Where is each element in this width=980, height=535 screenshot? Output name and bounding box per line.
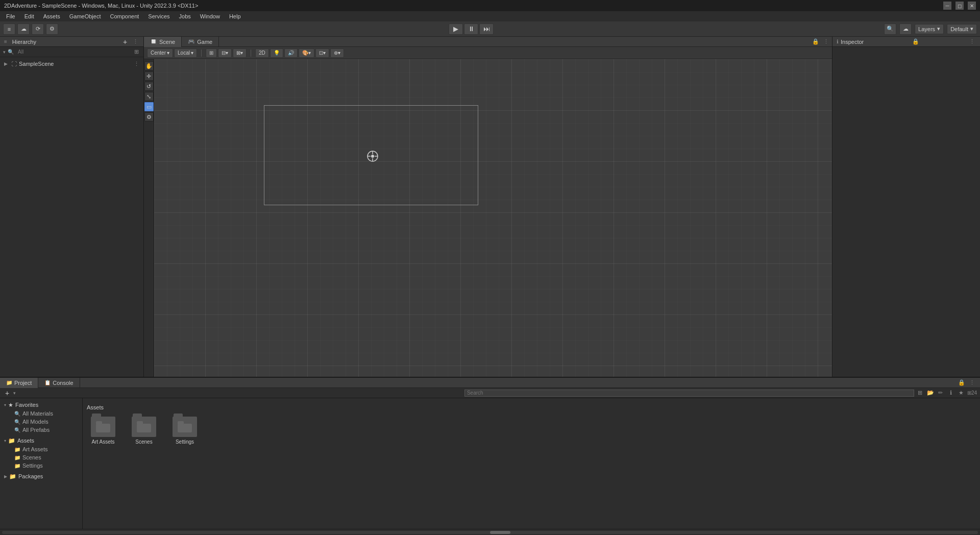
menu-file[interactable]: File [2,12,19,20]
scene-view[interactable] [154,59,832,377]
rect-tool[interactable]: ▭ [144,102,154,111]
project-tool-3[interactable]: ✏ [937,389,945,397]
hierarchy-header: ≡ Hierarchy + ⋮ [0,37,143,47]
menu-services[interactable]: Services [144,12,174,20]
transform-tool[interactable]: ⚙ [144,112,154,121]
all-models-item[interactable]: 🔍 All Models [0,418,82,426]
packages-icon: 📁 [9,473,16,480]
packages-section: ▶ 📁 Packages [0,472,82,481]
bottom-more-button[interactable]: ⋮ [968,379,976,387]
art-assets-sidebar-label: Art Assets [22,446,48,452]
title-text: 2DAdventure - SampleScene - Windows, Mac… [4,3,198,9]
svg-rect-11 [178,421,184,425]
assets-folder-header[interactable]: ▾ 📁 Assets [0,436,82,445]
packages-folder-header[interactable]: ▶ 📁 Packages [0,472,82,481]
scene-more-button[interactable]: ⋮ [822,38,830,46]
menu-window[interactable]: Window [196,12,224,20]
bottom-content: ▾ ★ Favorites 🔍 All Materials 🔍 All Mode… [0,398,980,529]
cloud-button[interactable]: ☁ [17,23,30,35]
all-prefabs-icon: 🔍 [14,427,20,433]
hierarchy-search-input[interactable] [16,48,130,56]
restore-button[interactable]: ◻ [955,2,964,10]
inspector-more-button[interactable]: ⋮ [968,38,976,46]
svg-rect-8 [137,424,151,432]
default-label: Default [950,26,968,32]
settings-sidebar-item[interactable]: 📁 Settings [0,461,82,470]
scene-lock-button[interactable]: 🔒 [812,38,820,46]
settings-sidebar-icon: 📁 [14,463,20,469]
menu-component[interactable]: Component [106,12,143,20]
close-button[interactable]: ✕ [968,2,976,10]
bottom-lock-button[interactable]: 🔒 [958,379,966,387]
project-tool-1[interactable]: ⊞ [916,389,924,397]
samplescene-more[interactable]: ⋮ [134,61,139,67]
scale-tool[interactable]: ⤡ [144,92,154,101]
menu-toggle-button[interactable]: ≡ [3,23,15,35]
hierarchy-filter-button[interactable]: ⊞ [132,48,140,56]
scene-grid-major [154,59,832,377]
step-button[interactable]: ⏭ [479,23,494,35]
scrollbar-thumb[interactable] [490,531,510,534]
default-dropdown[interactable]: Default ▾ [947,24,977,34]
art-assets-folder-icon [91,417,115,437]
play-button[interactable]: ▶ [449,23,463,35]
inspector-icon: ℹ [837,39,839,44]
scene-area: 🔲 Scene 🎮 Game 🔒 ⋮ Center ▾ [144,37,832,377]
minimize-button[interactable]: ─ [943,2,951,10]
effects-button[interactable]: 🎨▾ [299,48,314,58]
project-tab-label: Project [14,380,32,386]
art-assets-item[interactable]: Art Assets [87,417,119,445]
menu-assets[interactable]: Assets [39,12,64,20]
rotate-tool[interactable]: ↺ [144,82,154,91]
console-tab[interactable]: 📋 Console [38,378,80,388]
refresh-button[interactable]: ⟳ [32,23,44,35]
art-assets-sidebar-item[interactable]: 📁 Art Assets [0,445,82,453]
sep2 [251,50,251,57]
project-tab[interactable]: 📁 Project [0,378,38,388]
hierarchy-more-button[interactable]: ⋮ [131,38,139,46]
game-tab[interactable]: 🎮 Game [182,37,219,47]
project-tool-5[interactable]: ★ [957,389,965,397]
local-button[interactable]: Local ▾ [174,48,197,58]
view-btn-3[interactable]: ⊠▾ [233,48,247,58]
scenes-sidebar-item[interactable]: 📁 Scenes [0,453,82,461]
2d-button[interactable]: 2D [255,48,269,58]
move-tool[interactable]: ✛ [144,71,154,81]
audio-button[interactable]: 🔊 [284,48,298,58]
all-materials-item[interactable]: 🔍 All Materials [0,409,82,418]
menu-gameobject[interactable]: GameObject [65,12,105,20]
assets-view-title: Assets [87,404,104,410]
project-tool-2[interactable]: 📂 [926,389,935,397]
center-button[interactable]: Center ▾ [147,48,173,58]
project-search-input[interactable] [464,390,914,397]
gizmos-button[interactable]: ⊕▾ [330,48,344,58]
scenes-folder-icon [132,417,156,437]
hierarchy-add-button[interactable]: + [121,38,129,46]
search-toolbar-button[interactable]: 🔍 [884,23,896,35]
layers-dropdown[interactable]: Layers ▾ [915,24,944,34]
hand-tool[interactable]: ✋ [144,61,154,70]
hierarchy-dropdown-arrow: ▾ [3,50,6,55]
hidden-button[interactable]: ⊡▾ [315,48,329,58]
project-tool-4[interactable]: ℹ [947,389,955,397]
console-tab-label: Console [53,380,73,386]
pause-button[interactable]: ⏸ [464,23,478,35]
all-prefabs-item[interactable]: 🔍 All Prefabs [0,426,82,434]
project-search-bar: + ▾ ⊞ 📂 ✏ ℹ ★ ⊞24 [0,388,980,398]
menu-help[interactable]: Help [225,12,245,20]
settings-button[interactable]: ⚙ [46,23,58,35]
menu-jobs[interactable]: Jobs [175,12,195,20]
scrollbar-track[interactable] [2,531,978,534]
hierarchy-samplescene-item[interactable]: ▶ ⛶ SampleScene ⋮ [0,59,143,68]
scenes-item[interactable]: Scenes [128,417,160,445]
cloud-sync-button[interactable]: ☁ [899,23,912,35]
favorites-header[interactable]: ▾ ★ Favorites [0,400,82,409]
view-btn-1[interactable]: ⊞ [206,48,217,58]
view-btn-2[interactable]: ⊟▾ [218,48,232,58]
settings-item[interactable]: Settings [168,417,201,445]
lighting-button[interactable]: 💡 [270,48,283,58]
inspector-lock-button[interactable]: 🔒 [912,38,920,46]
scene-tab[interactable]: 🔲 Scene [144,37,182,47]
project-add-button[interactable]: + [3,389,11,397]
menu-edit[interactable]: Edit [20,12,38,20]
